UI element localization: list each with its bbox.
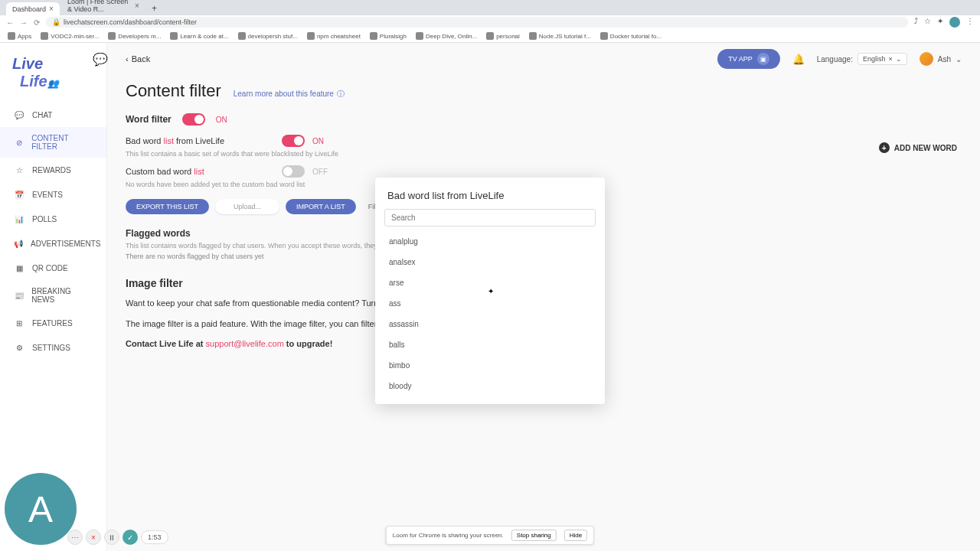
list-item[interactable]: analsex (375, 252, 605, 272)
toggle-state: ON (216, 116, 227, 124)
forward-icon[interactable]: → (20, 18, 28, 27)
sidebar-item-label: CONTENT FILTER (31, 134, 93, 151)
bad-word-desc: This list contains a basic set of words … (126, 150, 962, 158)
loom-done-button[interactable]: ✓ (122, 530, 138, 545)
sidebar-item-chat[interactable]: 💬CHAT (0, 103, 106, 127)
list-item[interactable]: bloody (375, 376, 605, 392)
list-item[interactable]: arse (375, 272, 605, 293)
close-icon[interactable]: × (889, 55, 893, 63)
share-icon[interactable]: ⤴ (914, 17, 918, 28)
export-list-button[interactable]: EXPORT THIS LIST (126, 199, 209, 214)
screen-share-bar: Loom for Chrome is sharing your screen. … (386, 526, 594, 545)
sidebar-item-label: REWARDS (32, 166, 71, 174)
bookmark[interactable]: Developers m... (108, 32, 161, 40)
toggle-state: ON (312, 137, 324, 145)
word-filter-toggle[interactable] (182, 113, 205, 126)
loom-cancel-button[interactable]: × (86, 530, 101, 545)
learn-more-link[interactable]: Learn more about this feature ⓘ (234, 89, 345, 99)
browser-tab[interactable]: Dashboard× (6, 2, 60, 15)
back-icon[interactable]: ← (6, 18, 14, 27)
bookmark[interactable]: Node.JS tutorial f... (529, 32, 591, 40)
upload-button[interactable]: Upload... (215, 199, 279, 214)
sidebar-item-label: QR CODE (32, 264, 68, 272)
user-name: Ash (938, 55, 951, 64)
language-dropdown[interactable]: English×⌄ (858, 53, 907, 65)
url-input[interactable]: 🔒 livechatscreen.com/dashboard/content-f… (46, 17, 908, 28)
sidebar-item-features[interactable]: ⊞FEATURES (0, 311, 106, 335)
chevron-down-icon: ⌄ (956, 55, 962, 64)
profile-icon[interactable] (949, 17, 960, 28)
bookmark[interactable]: Apps (8, 32, 31, 40)
star-icon[interactable]: ☆ (924, 17, 931, 28)
list-item[interactable]: bimbo (375, 355, 605, 376)
sidebar-item-label: BREAKING NEWS (31, 287, 93, 304)
bell-icon[interactable]: 🔔 (792, 54, 805, 65)
chat-icon: 💬 (14, 109, 24, 120)
sidebar-item-breaking[interactable]: 📰BREAKING NEWS (0, 280, 106, 311)
list-item[interactable]: ass (375, 293, 605, 314)
support-email-link[interactable]: support@livelife.com (206, 339, 284, 348)
gear-icon: ⚙ (14, 342, 24, 353)
sidebar-item-rewards[interactable]: ☆REWARDS (0, 158, 106, 182)
sidebar-item-content-filter[interactable]: ⊘CONTENT FILTER (0, 127, 106, 158)
filter-icon: ⊘ (14, 137, 24, 148)
bookmark[interactable]: Learn & code at... (170, 32, 228, 40)
language-label: Language: (817, 55, 853, 64)
page-title: Content filter Learn more about this fea… (126, 81, 962, 101)
loom-avatar[interactable]: A (5, 473, 77, 545)
add-new-word-button[interactable]: + ADD NEW WORD (879, 142, 957, 153)
bad-word-toggle[interactable] (282, 135, 305, 147)
sidebar-item-settings[interactable]: ⚙SETTINGS (0, 335, 106, 360)
info-icon: ⓘ (337, 89, 345, 99)
search-input[interactable] (384, 209, 596, 227)
bookmark[interactable]: Pluralsigh (370, 32, 407, 40)
word-list[interactable]: analplug analsex arse ass assassin balls… (375, 231, 605, 392)
loom-more-button[interactable]: ⋯ (67, 530, 83, 545)
sidebar-item-ads[interactable]: 📢ADVERTISEMENTS (0, 231, 106, 256)
toggle-state: OFF (312, 168, 328, 176)
sidebar-item-events[interactable]: 📅EVENTS (0, 182, 106, 207)
star-icon: ☆ (14, 165, 24, 175)
list-item[interactable]: assassin (375, 314, 605, 334)
new-tab-button[interactable]: + (147, 2, 162, 15)
user-menu[interactable]: Ash ⌄ (920, 52, 962, 66)
logo: Live 💬 Life👥 (0, 49, 106, 103)
bookmark[interactable]: developersh stuf... (238, 32, 298, 40)
import-list-button[interactable]: IMPORT A LIST (286, 199, 356, 214)
close-icon[interactable]: × (135, 2, 139, 10)
calendar-icon: 📅 (14, 189, 24, 200)
bad-word-list-label: Bad word list from LiveLife (126, 136, 282, 145)
news-icon: 📰 (14, 290, 24, 301)
bookmark[interactable]: npm cheatsheet (307, 32, 361, 40)
loom-controls: ⋯ × ⏸ ✓ 1:53 (67, 530, 168, 545)
sidebar-item-label: FEATURES (32, 319, 73, 328)
custom-list-label: Custom bad word list (126, 167, 282, 176)
bookmark[interactable]: personal (486, 32, 520, 40)
custom-toggle[interactable] (282, 165, 305, 178)
sidebar-item-label: SETTINGS (32, 344, 70, 352)
tv-app-button[interactable]: TV APP▣ (717, 49, 780, 69)
tab-title: Dashboard (12, 5, 46, 13)
tv-icon: ▣ (757, 53, 769, 65)
bookmark[interactable]: VODC2-min-ser... (41, 32, 99, 40)
hide-button[interactable]: Hide (564, 530, 587, 541)
avatar (920, 52, 933, 66)
chevron-down-icon: ⌄ (896, 55, 902, 63)
sidebar-item-polls[interactable]: 📊POLLS (0, 207, 106, 231)
loom-pause-button[interactable]: ⏸ (104, 530, 119, 545)
bad-word-modal: Bad word list from LiveLife analplug ana… (375, 178, 605, 404)
browser-chrome: Dashboard× Loom | Free Screen & Video R.… (0, 0, 980, 43)
menu-icon[interactable]: ⋮ (966, 17, 974, 28)
reload-icon[interactable]: ⟳ (34, 18, 40, 27)
stop-sharing-button[interactable]: Stop sharing (511, 530, 557, 541)
back-button[interactable]: ‹Back (126, 54, 150, 64)
sidebar-item-label: EVENTS (32, 191, 63, 199)
list-item[interactable]: analplug (375, 231, 605, 252)
bookmark[interactable]: Docker tutorial fo... (600, 32, 662, 40)
close-icon[interactable]: × (49, 5, 54, 13)
extension-icon[interactable]: ✦ (937, 17, 943, 28)
list-item[interactable]: balls (375, 334, 605, 355)
bookmark[interactable]: Deep Dive, Onlin... (416, 32, 477, 40)
sidebar-item-qr[interactable]: ▦QR CODE (0, 256, 106, 280)
browser-tab[interactable]: Loom | Free Screen & Video R...× (61, 0, 145, 15)
